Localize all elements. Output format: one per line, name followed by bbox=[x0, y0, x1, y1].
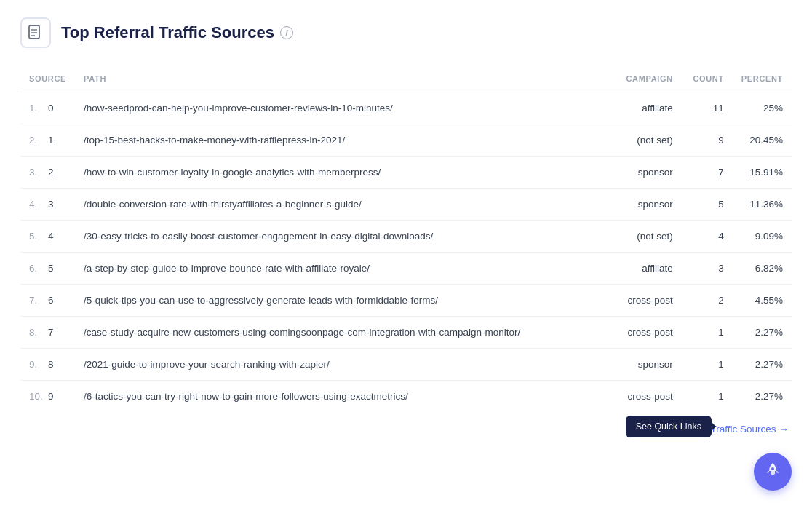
cell-source-9: 10. 9 bbox=[20, 381, 75, 413]
cell-campaign-0: affiliate bbox=[602, 92, 682, 124]
row-num-9: 10. bbox=[29, 391, 44, 402]
table-row: 10. 9 /6-tactics-you-can-try-right-now-t… bbox=[20, 381, 792, 413]
row-num-5: 6. bbox=[29, 263, 44, 274]
row-source-4: 4 bbox=[48, 231, 54, 242]
row-source-7: 7 bbox=[48, 327, 54, 338]
cell-path-2: /how-to-win-customer-loyalty-in-google-a… bbox=[75, 157, 602, 189]
row-num-1: 2. bbox=[29, 135, 44, 146]
arrow-icon: → bbox=[779, 424, 789, 435]
cell-source-3: 4. 3 bbox=[20, 189, 75, 221]
cell-percent-4: 9.09% bbox=[733, 221, 792, 253]
cell-path-7: /case-study-acquire-new-customers-using-… bbox=[75, 317, 602, 349]
table-row: 9. 8 /2021-guide-to-improve-your-search-… bbox=[20, 349, 792, 381]
table-row: 2. 1 /top-15-best-hacks-to-make-money-wi… bbox=[20, 124, 792, 157]
cell-source-0: 1. 0 bbox=[20, 92, 75, 124]
row-num-3: 4. bbox=[29, 199, 44, 210]
row-source-3: 3 bbox=[48, 199, 54, 210]
table-row: 6. 5 /a-step-by-step-guide-to-improve-bo… bbox=[20, 253, 792, 285]
col-header-campaign: CAMPAIGN bbox=[602, 68, 682, 92]
cell-campaign-9: cross-post bbox=[602, 381, 682, 413]
cell-campaign-2: sponsor bbox=[602, 157, 682, 189]
cell-percent-3: 11.36% bbox=[733, 189, 792, 221]
table-header: SOURCE PATH CAMPAIGN COUNT PERCENT bbox=[20, 68, 792, 92]
row-source-0: 0 bbox=[48, 103, 54, 114]
row-num-8: 9. bbox=[29, 359, 44, 370]
cell-path-0: /how-seedprod-can-help-you-improve-custo… bbox=[75, 92, 602, 124]
footer-area: See Quick Links View All Real-Time Traff… bbox=[20, 424, 792, 435]
row-source-6: 6 bbox=[48, 295, 54, 306]
row-source-5: 5 bbox=[48, 263, 54, 274]
svg-point-4 bbox=[771, 467, 774, 470]
row-num-7: 8. bbox=[29, 327, 44, 338]
cell-count-7: 1 bbox=[682, 317, 733, 349]
col-header-count: COUNT bbox=[682, 68, 733, 92]
cell-percent-9: 2.27% bbox=[733, 381, 792, 413]
cell-path-5: /a-step-by-step-guide-to-improve-bounce-… bbox=[75, 253, 602, 285]
table-row: 7. 6 /5-quick-tips-you-can-use-to-aggres… bbox=[20, 285, 792, 317]
col-header-path: PATH bbox=[75, 68, 602, 92]
table-row: 5. 4 /30-easy-tricks-to-easily-boost-cus… bbox=[20, 221, 792, 253]
cell-percent-1: 20.45% bbox=[733, 124, 792, 157]
cell-count-6: 2 bbox=[682, 285, 733, 317]
info-icon[interactable]: i bbox=[280, 26, 293, 39]
cell-source-4: 5. 4 bbox=[20, 221, 75, 253]
quick-links-tooltip: See Quick Links bbox=[626, 416, 712, 437]
cell-campaign-1: (not set) bbox=[602, 124, 682, 157]
table-body: 1. 0 /how-seedprod-can-help-you-improve-… bbox=[20, 92, 792, 413]
row-source-1: 1 bbox=[48, 135, 54, 146]
cell-campaign-5: affiliate bbox=[602, 253, 682, 285]
cell-percent-6: 4.55% bbox=[733, 285, 792, 317]
cell-source-8: 9. 8 bbox=[20, 349, 75, 381]
cell-campaign-8: sponsor bbox=[602, 349, 682, 381]
cell-count-4: 4 bbox=[682, 221, 733, 253]
row-num-6: 7. bbox=[29, 295, 44, 306]
cell-source-2: 3. 2 bbox=[20, 157, 75, 189]
cell-source-1: 2. 1 bbox=[20, 124, 75, 157]
cell-percent-8: 2.27% bbox=[733, 349, 792, 381]
cell-source-5: 6. 5 bbox=[20, 253, 75, 285]
cell-count-5: 3 bbox=[682, 253, 733, 285]
row-source-9: 9 bbox=[48, 391, 54, 402]
widget-title: Top Referral Traffic Sources bbox=[61, 23, 274, 42]
cell-source-7: 8. 7 bbox=[20, 317, 75, 349]
cell-path-3: /double-conversion-rate-with-thirstyaffi… bbox=[75, 189, 602, 221]
cell-percent-7: 2.27% bbox=[733, 317, 792, 349]
cell-campaign-3: sponsor bbox=[602, 189, 682, 221]
rocket-icon bbox=[764, 462, 781, 483]
document-icon bbox=[20, 17, 51, 48]
cell-path-6: /5-quick-tips-you-can-use-to-aggressivel… bbox=[75, 285, 602, 317]
cell-source-6: 7. 6 bbox=[20, 285, 75, 317]
cell-count-8: 1 bbox=[682, 349, 733, 381]
cell-count-9: 1 bbox=[682, 381, 733, 413]
row-source-8: 8 bbox=[48, 359, 54, 370]
cell-campaign-4: (not set) bbox=[602, 221, 682, 253]
table-row: 4. 3 /double-conversion-rate-with-thirst… bbox=[20, 189, 792, 221]
cell-campaign-7: cross-post bbox=[602, 317, 682, 349]
cell-path-1: /top-15-best-hacks-to-make-money-with-ra… bbox=[75, 124, 602, 157]
row-num-4: 5. bbox=[29, 231, 44, 242]
cell-count-0: 11 bbox=[682, 92, 733, 124]
row-source-2: 2 bbox=[48, 167, 54, 178]
referral-table: SOURCE PATH CAMPAIGN COUNT PERCENT bbox=[20, 68, 792, 412]
quick-links-fab[interactable] bbox=[754, 453, 792, 491]
table-row: 1. 0 /how-seedprod-can-help-you-improve-… bbox=[20, 92, 792, 124]
cell-percent-0: 25% bbox=[733, 92, 792, 124]
col-header-percent: PERCENT bbox=[733, 68, 792, 92]
col-header-source: SOURCE bbox=[20, 68, 75, 92]
row-num-2: 3. bbox=[29, 167, 44, 178]
cell-path-8: /2021-guide-to-improve-your-search-ranki… bbox=[75, 349, 602, 381]
cell-count-2: 7 bbox=[682, 157, 733, 189]
cell-percent-5: 6.82% bbox=[733, 253, 792, 285]
cell-count-1: 9 bbox=[682, 124, 733, 157]
cell-campaign-6: cross-post bbox=[602, 285, 682, 317]
widget-header: Top Referral Traffic Sources i bbox=[20, 17, 792, 48]
cell-path-9: /6-tactics-you-can-try-right-now-to-gain… bbox=[75, 381, 602, 413]
cell-percent-2: 15.91% bbox=[733, 157, 792, 189]
cell-path-4: /30-easy-tricks-to-easily-boost-customer… bbox=[75, 221, 602, 253]
table-row: 8. 7 /case-study-acquire-new-customers-u… bbox=[20, 317, 792, 349]
svg-rect-0 bbox=[29, 25, 39, 39]
widget-container: Top Referral Traffic Sources i SOURCE PA… bbox=[0, 0, 812, 452]
row-num-0: 1. bbox=[29, 103, 44, 114]
widget-title-wrap: Top Referral Traffic Sources i bbox=[61, 23, 293, 42]
table-row: 3. 2 /how-to-win-customer-loyalty-in-goo… bbox=[20, 157, 792, 189]
